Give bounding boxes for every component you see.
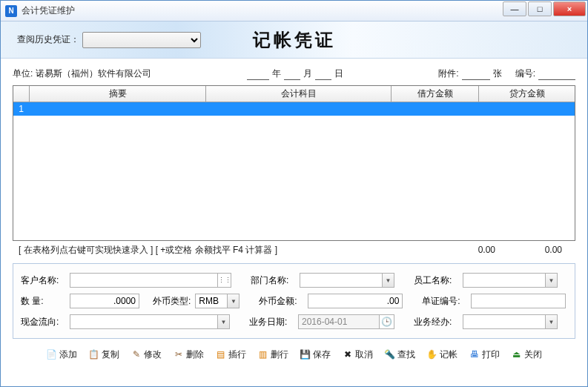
maximize-button[interactable]: □ [528, 1, 552, 16]
customer-lookup-icon[interactable]: ⋮⋮ [218, 273, 231, 288]
close-window-button[interactable]: × [553, 1, 586, 16]
delete-row-button[interactable]: ▥删行 [256, 347, 291, 363]
fc-amount-input[interactable] [308, 294, 403, 308]
app-icon: N [5, 5, 17, 17]
form-area: 客户名称: ⋮⋮ 部门名称: ▼ 员工名称: ▼ 数 [13, 263, 575, 339]
attach-label: 附件: [438, 67, 458, 80]
total-debit: 0.00 [415, 245, 503, 255]
date-picker-icon[interactable]: 🕒 [380, 314, 394, 329]
save-button[interactable]: 💾保存 [298, 347, 333, 363]
customer-label: 客户名称: [21, 274, 65, 287]
content: 单位: 诺易斯（福州）软件有限公司 年 月 日 附件: 张 编号: [1, 59, 587, 386]
table-row[interactable]: 1 [13, 102, 575, 116]
header-row: 单位: 诺易斯（福州）软件有限公司 年 月 日 附件: 张 编号: [13, 64, 575, 82]
date-segment: 年 月 日 [247, 67, 343, 80]
titlebar: N 会计凭证维护 — □ × [1, 1, 587, 22]
app-window: N 会计凭证维护 — □ × 查阅历史凭证： 记帐凭证 单位: 诺易斯（福州）软… [0, 0, 588, 387]
month-input[interactable] [284, 67, 300, 80]
month-label: 月 [303, 67, 312, 80]
col-debit: 借方金额 [392, 86, 479, 102]
year-input[interactable] [247, 67, 269, 80]
dept-label: 部门名称: [251, 274, 295, 287]
fc-amount-label: 外币金额: [259, 295, 303, 308]
copy-icon: 📋 [89, 349, 99, 360]
bizdate-label: 业务日期: [249, 316, 294, 328]
unit-value: 诺易斯（福州）软件有限公司 [36, 67, 151, 80]
dept-dropdown-icon[interactable]: ▼ [383, 273, 394, 288]
emp-dropdown-icon[interactable]: ▼ [546, 273, 558, 288]
save-icon: 💾 [300, 349, 311, 360]
insert-row-icon: ▤ [216, 349, 226, 360]
emp-input[interactable] [463, 273, 546, 288]
col-subject: 会计科目 [206, 86, 392, 102]
customer-input[interactable] [70, 273, 218, 288]
operator-input[interactable] [463, 314, 546, 329]
col-summary: 摘要 [30, 86, 206, 102]
docno-input[interactable] [471, 294, 566, 308]
col-credit: 贷方金额 [479, 86, 575, 102]
delete-row-icon: ▥ [258, 349, 268, 360]
add-icon: 📄 [47, 349, 57, 360]
edit-button[interactable]: ✎修改 [129, 347, 164, 363]
row-number: 1 [13, 102, 30, 116]
find-icon: 🔦 [385, 349, 395, 360]
close-icon: ⏏ [512, 349, 522, 360]
table-body[interactable]: 1 [13, 102, 575, 240]
copy-button[interactable]: 📋复制 [87, 347, 122, 363]
close-button[interactable]: ⏏关闭 [509, 347, 544, 363]
banner: 查阅历史凭证： 记帐凭证 [1, 22, 587, 59]
bizdate-input[interactable] [298, 314, 380, 329]
delete-icon: ✂ [174, 349, 184, 360]
hint-row: [ 在表格列点右键可实现快速录入 ] [ +或空格 余额找平 F4 计算器 ] … [13, 241, 575, 259]
edit-icon: ✎ [131, 349, 142, 360]
book-button[interactable]: ✋记帐 [425, 347, 460, 363]
window-buttons: — □ × [503, 1, 587, 21]
find-button[interactable]: 🔦查找 [383, 347, 417, 363]
cell-credit[interactable] [479, 102, 575, 116]
number-label: 编号: [515, 67, 535, 80]
dept-input[interactable] [300, 273, 383, 288]
qty-input[interactable] [70, 294, 139, 308]
window-title: 会计凭证维护 [22, 4, 503, 17]
emp-label: 员工名称: [414, 274, 458, 287]
col-rownum [13, 86, 30, 102]
cashflow-dropdown-icon[interactable]: ▼ [218, 314, 230, 329]
history-select[interactable] [82, 32, 201, 48]
total-credit: 0.00 [503, 245, 569, 255]
print-button[interactable]: 🖶打印 [467, 347, 502, 363]
cancel-button[interactable]: ✖取消 [340, 347, 375, 363]
qty-label: 数 量: [21, 295, 65, 308]
year-label: 年 [272, 67, 281, 80]
attach-input[interactable] [462, 67, 490, 80]
page-title: 记帐凭证 [253, 28, 336, 52]
cell-subject[interactable] [206, 102, 392, 116]
toolbar: 📄添加 📋复制 ✎修改 ✂删除 ▤插行 ▥删行 💾保存 ✖取消 🔦查找 ✋记帐 … [13, 343, 575, 366]
currency-type-dropdown-icon[interactable]: ▼ [228, 294, 240, 308]
minimize-button[interactable]: — [503, 1, 526, 16]
currency-type-input[interactable] [195, 294, 228, 308]
day-label: 日 [334, 67, 343, 80]
table-header: 摘要 会计科目 借方金额 贷方金额 [13, 86, 575, 102]
cashflow-input[interactable] [70, 314, 218, 329]
history-label: 查阅历史凭证： [17, 33, 79, 46]
print-icon: 🖶 [469, 349, 480, 360]
operator-dropdown-icon[interactable]: ▼ [546, 314, 558, 329]
book-icon: ✋ [427, 349, 437, 360]
unit-label: 单位: [13, 67, 33, 80]
number-input[interactable] [538, 67, 575, 80]
add-button[interactable]: 📄添加 [44, 347, 79, 363]
day-input[interactable] [315, 67, 331, 80]
insert-row-button[interactable]: ▤插行 [214, 347, 248, 363]
delete-button[interactable]: ✂删除 [171, 347, 206, 363]
cell-debit[interactable] [392, 102, 479, 116]
docno-label: 单证编号: [422, 295, 466, 308]
cell-summary[interactable] [30, 102, 206, 116]
operator-label: 业务经办: [414, 316, 458, 328]
currency-type-label: 外币类型: [153, 295, 191, 308]
cancel-icon: ✖ [343, 349, 353, 360]
table-hint: [ 在表格列点右键可实现快速录入 ] [ +或空格 余额找平 F4 计算器 ] [19, 244, 415, 257]
cashflow-label: 现金流向: [21, 316, 65, 328]
attach-unit: 张 [493, 67, 502, 80]
voucher-table: 摘要 会计科目 借方金额 贷方金额 1 [13, 85, 575, 241]
